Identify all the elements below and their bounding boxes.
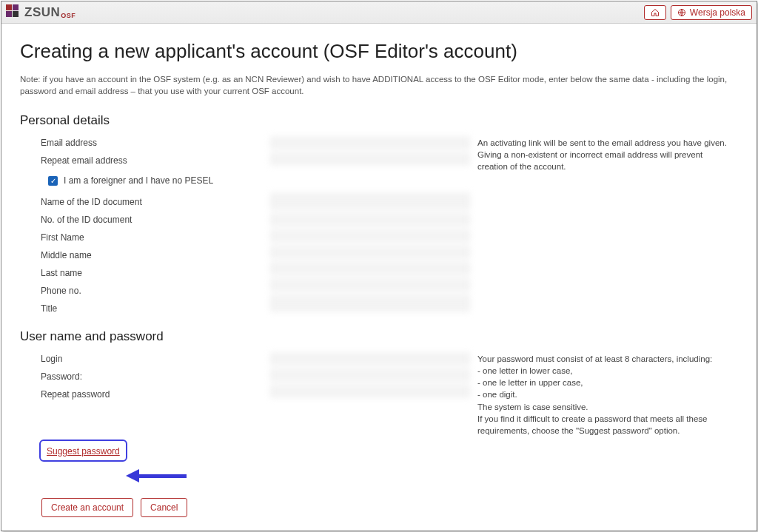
create-account-button[interactable]: Create an account [41, 498, 133, 517]
input-password[interactable] [270, 369, 470, 381]
pw-help-r1: - one letter in lower case, [477, 365, 732, 377]
label-password-repeat: Repeat password [41, 388, 263, 400]
input-login[interactable] [270, 353, 470, 365]
input-first-name[interactable] [270, 230, 470, 242]
page-title: Creating a new applicant's account (OSF … [20, 40, 738, 63]
section-credentials: User name and password [20, 329, 738, 344]
label-email-repeat: Repeat email address [41, 155, 263, 166]
input-middle-name[interactable] [270, 246, 470, 258]
home-icon [651, 8, 660, 17]
annotation-arrow-icon [126, 469, 187, 482]
home-button[interactable] [644, 5, 666, 20]
label-email: Email address [41, 137, 263, 149]
top-bar: ZSUN OSF Wersja polska [1, 1, 757, 24]
brand-logo: ZSUN OSF [6, 4, 76, 21]
input-last-name[interactable] [270, 263, 470, 275]
suggest-password-link[interactable]: Suggest password [47, 446, 120, 457]
input-email[interactable] [270, 137, 470, 149]
select-title[interactable] [270, 295, 470, 312]
input-password-repeat[interactable] [270, 385, 470, 397]
label-title: Title [41, 303, 263, 314]
form-actions: Create an account Cancel [41, 498, 187, 517]
globe-icon [677, 8, 686, 17]
email-help-text: An activating link will be sent to the e… [477, 137, 738, 314]
suggest-password-highlight: Suggest password [39, 440, 127, 462]
select-id-doc-name[interactable] [270, 193, 470, 209]
personal-form: Email address Repeat email address ✓ I a… [20, 137, 738, 314]
input-phone[interactable] [270, 279, 470, 291]
foreigner-checkbox-label: I am a foreigner and I have no PESEL [64, 175, 213, 186]
pw-help-r2: - one le letter in upper case, [477, 377, 732, 388]
logo-icon [6, 4, 22, 21]
input-email-repeat[interactable] [270, 153, 470, 165]
cancel-button[interactable]: Cancel [141, 498, 187, 517]
label-id-doc-no: No. of the ID document [41, 214, 263, 226]
label-id-doc-name: Name of the ID document [41, 196, 263, 208]
brand-main-text: ZSUN [24, 5, 60, 20]
language-button-label: Wersja polska [690, 7, 745, 18]
credentials-form: Login Password: Repeat password Your pas… [20, 353, 738, 437]
foreigner-checkbox-row[interactable]: ✓ I am a foreigner and I have no PESEL [41, 172, 263, 190]
label-middle-name: Middle name [41, 249, 263, 261]
page-note: Note: if you have an account in the OSF … [20, 73, 738, 97]
input-id-doc-no[interactable] [270, 214, 470, 226]
label-last-name: Last name [41, 267, 263, 279]
label-password: Password: [41, 371, 263, 383]
password-help: Your password must consist of at least 8… [477, 353, 738, 437]
brand-sub-text: OSF [61, 12, 76, 19]
pw-help-r3: - one digit. [477, 388, 732, 400]
checkbox-checked-icon: ✓ [48, 176, 58, 186]
language-button[interactable]: Wersja polska [671, 5, 752, 20]
label-phone: Phone no. [41, 285, 263, 297]
label-first-name: First Name [41, 232, 263, 243]
pw-help-note2: If you find it difficult to create a pas… [477, 413, 732, 437]
label-login: Login [41, 353, 263, 365]
section-personal-details: Personal details [20, 113, 738, 128]
pw-help-note1: The system is case sensitive. [477, 401, 732, 413]
pw-help-intro: Your password must consist of at least 8… [477, 353, 732, 365]
